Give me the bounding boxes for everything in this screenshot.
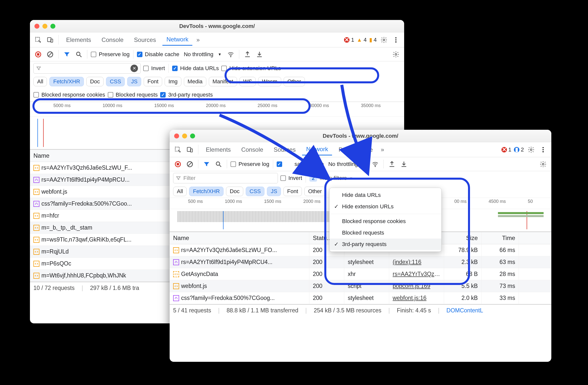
table-row[interactable]: rs=AA2YrTt6lf9d1pi4yP4MpRCU4... 200 styl…: [170, 256, 551, 268]
dd-third-party-requests[interactable]: 3rd-party requests: [330, 239, 441, 250]
inspect-element-icon[interactable]: [33, 35, 43, 45]
column-size[interactable]: Size: [444, 232, 481, 244]
throttling-select[interactable]: No throttling: [328, 161, 358, 167]
issue-count[interactable]: ▮4: [369, 37, 377, 43]
inspect-element-icon[interactable]: [173, 145, 183, 154]
third-party-requests-toggle[interactable]: 3rd-party requests: [160, 92, 213, 98]
table-row[interactable]: webfont.js 200 script popcorn.js:169 5.5…: [170, 280, 551, 292]
dd-hide-data-urls[interactable]: Hide data URLs: [330, 189, 441, 201]
kebab-icon[interactable]: [391, 35, 401, 45]
chip-font[interactable]: Font: [283, 187, 302, 196]
column-name[interactable]: Name: [170, 232, 309, 244]
svg-rect-23: [177, 163, 179, 165]
filter-icon[interactable]: [202, 159, 211, 169]
filter-input[interactable]: ✕: [33, 63, 141, 74]
throttling-select[interactable]: No throttling: [184, 51, 214, 58]
tab-elements[interactable]: Elements: [62, 34, 95, 45]
minimize-icon[interactable]: [182, 133, 187, 138]
svg-line-25: [188, 162, 192, 166]
dd-blocked-requests[interactable]: Blocked requests: [330, 227, 441, 239]
blocked-response-cookies-toggle[interactable]: Blocked response cookies: [33, 92, 105, 98]
close-icon[interactable]: [174, 133, 179, 138]
wifi-icon[interactable]: [370, 159, 380, 169]
chip-js[interactable]: JS: [127, 77, 141, 86]
gear-icon[interactable]: [538, 159, 548, 169]
download-icon[interactable]: [255, 50, 264, 59]
clear-filter-icon[interactable]: ✕: [130, 65, 138, 72]
chip-all[interactable]: All: [173, 187, 187, 196]
gear-icon[interactable]: [391, 50, 401, 59]
search-icon[interactable]: [214, 159, 223, 169]
error-count[interactable]: ✕1: [501, 146, 511, 153]
gear-icon[interactable]: [526, 145, 536, 154]
tab-network[interactable]: Network: [162, 34, 192, 46]
filter-input[interactable]: Filter: [173, 173, 278, 183]
maximize-icon[interactable]: [190, 133, 195, 138]
chip-doc[interactable]: Doc: [86, 77, 104, 86]
chip-css[interactable]: CSS: [246, 187, 264, 196]
wifi-icon[interactable]: [226, 50, 235, 59]
search-icon[interactable]: [74, 50, 84, 59]
chip-wasm[interactable]: Wasm: [258, 77, 281, 86]
kebab-icon[interactable]: [538, 145, 548, 154]
tab-performance[interactable]: Performance: [335, 144, 377, 155]
invert-toggle[interactable]: Invert: [280, 175, 302, 181]
device-toggle-icon[interactable]: [45, 35, 55, 45]
gear-icon[interactable]: [379, 35, 389, 45]
tab-sources[interactable]: Sources: [270, 144, 300, 155]
chip-doc[interactable]: Doc: [226, 187, 243, 196]
tab-elements[interactable]: Elements: [202, 144, 235, 155]
chip-all[interactable]: All: [33, 77, 47, 86]
chevron-down-icon[interactable]: ▼: [218, 52, 222, 56]
upload-icon[interactable]: [243, 50, 252, 59]
upload-icon[interactable]: [387, 159, 397, 169]
chip-img[interactable]: Img: [165, 77, 181, 86]
hide-extension-urls-toggle[interactable]: Hide extension URLs: [221, 65, 281, 72]
minimize-icon[interactable]: [42, 24, 47, 29]
close-icon[interactable]: [34, 24, 39, 29]
tab-console[interactable]: Console: [98, 34, 127, 45]
record-icon[interactable]: [33, 50, 43, 59]
chip-fetchxhr[interactable]: Fetch/XHR: [189, 187, 224, 196]
column-time[interactable]: Time: [481, 232, 519, 244]
disable-cache-toggle[interactable]: Disable cache: [137, 51, 179, 58]
clear-icon[interactable]: [185, 159, 195, 169]
more-filters-button[interactable]: 2 More filters ▼: [309, 175, 353, 182]
chip-manifest[interactable]: Manifest: [209, 77, 237, 86]
info-count[interactable]: ▮2: [514, 146, 524, 153]
disable-cache-toggle[interactable]: sable cache: [277, 161, 324, 167]
svg-point-20: [543, 149, 544, 150]
chip-other[interactable]: Other: [304, 187, 326, 196]
blocked-requests-toggle[interactable]: Blocked requests: [108, 92, 158, 98]
clear-icon[interactable]: [45, 50, 55, 59]
table-row[interactable]: GetAsyncData 200 xhr rs=AA2YrTv3Qzh6J 68…: [170, 268, 551, 280]
chip-media[interactable]: Media: [184, 77, 206, 86]
chip-other[interactable]: Other: [284, 77, 305, 86]
preserve-log-toggle[interactable]: Preserve log: [231, 161, 269, 167]
hide-data-urls-toggle[interactable]: Hide data URLs: [172, 65, 219, 72]
preserve-log-toggle[interactable]: Preserve log: [91, 51, 130, 58]
record-icon[interactable]: [173, 159, 183, 169]
dd-blocked-response-cookies[interactable]: Blocked response cookies: [330, 216, 441, 227]
error-count[interactable]: ✕1: [344, 37, 354, 43]
filter-icon[interactable]: [62, 50, 72, 59]
invert-toggle[interactable]: Invert: [143, 65, 165, 72]
chevron-down-icon[interactable]: ▼: [362, 162, 366, 166]
more-tabs-icon[interactable]: »: [195, 36, 201, 43]
warning-count[interactable]: ▲4: [357, 37, 367, 43]
dd-hide-extension-urls[interactable]: Hide extension URLs: [330, 201, 441, 212]
table-row[interactable]: css?family=Fredoka:500%7CGoog... 200 sty…: [170, 292, 551, 304]
tab-sources[interactable]: Sources: [130, 34, 160, 45]
more-tabs-icon[interactable]: »: [379, 146, 386, 153]
chip-css[interactable]: CSS: [106, 77, 125, 86]
tab-network[interactable]: Network: [302, 144, 332, 155]
chip-js[interactable]: JS: [267, 187, 281, 196]
chip-ws[interactable]: WS: [239, 77, 256, 86]
chip-fetchxhr[interactable]: Fetch/XHR: [49, 77, 84, 86]
tab-console[interactable]: Console: [237, 144, 267, 155]
download-icon[interactable]: [399, 159, 409, 169]
timeline[interactable]: 5000 ms10000 ms15000 ms20000 ms25000 ms3…: [30, 102, 404, 117]
chip-font[interactable]: Font: [144, 77, 162, 86]
maximize-icon[interactable]: [50, 24, 55, 29]
device-toggle-icon[interactable]: [185, 145, 195, 154]
